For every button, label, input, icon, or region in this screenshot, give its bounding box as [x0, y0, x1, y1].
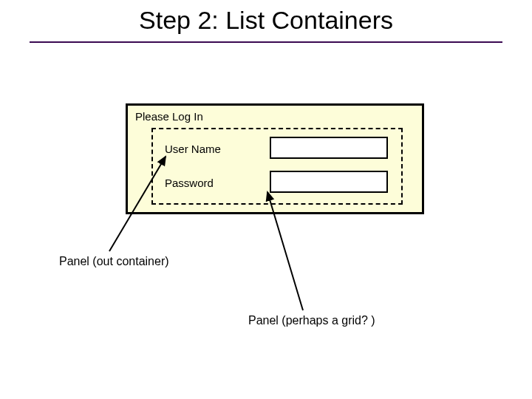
caption-inner-panel: Panel (perhaps a grid? ): [248, 314, 375, 327]
form-row-username: User Name: [160, 137, 397, 163]
inner-panel-dashed: User Name Password: [151, 128, 403, 205]
slide-title: Step 2: List Containers: [0, 6, 532, 35]
slide-stage: Step 2: List Containers Please Log In Us…: [0, 0, 532, 399]
panel-heading: Please Log In: [135, 110, 203, 123]
username-label: User Name: [165, 143, 221, 155]
username-input[interactable]: [270, 137, 388, 159]
title-underline: [30, 41, 502, 43]
caption-outer-panel: Panel (out container): [59, 255, 169, 268]
password-input[interactable]: [270, 171, 388, 193]
form-row-password: Password: [160, 171, 397, 197]
outer-panel: Please Log In User Name Password: [126, 103, 424, 214]
password-label: Password: [165, 177, 214, 189]
